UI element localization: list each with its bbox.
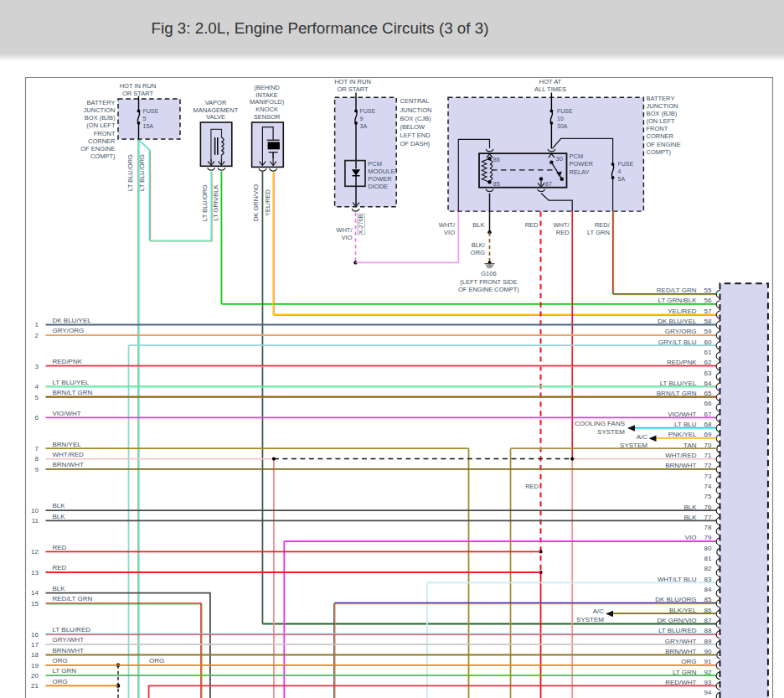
svg-text:74: 74 xyxy=(704,483,712,490)
svg-text:BRN/WHT: BRN/WHT xyxy=(53,461,84,468)
svg-text:15A: 15A xyxy=(143,123,154,129)
svg-text:RED/LT GRN: RED/LT GRN xyxy=(53,595,93,602)
svg-text:BLK: BLK xyxy=(53,585,66,592)
svg-text:92: 92 xyxy=(704,669,712,676)
svg-text:OF DASH): OF DASH) xyxy=(400,140,431,147)
svg-text:LT BLU: LT BLU xyxy=(674,421,697,428)
svg-text:RED: RED xyxy=(525,483,539,490)
svg-text:RED/LT GRN: RED/LT GRN xyxy=(657,287,697,294)
svg-text:19: 19 xyxy=(31,662,39,670)
svg-text:BLK: BLK xyxy=(53,502,66,509)
svg-text:10: 10 xyxy=(557,116,564,122)
svg-text:79: 79 xyxy=(704,534,712,541)
svg-text:SENSOR: SENSOR xyxy=(254,113,281,121)
svg-text:OF ENGINE: OF ENGINE xyxy=(80,145,115,153)
svg-text:ORG: ORG xyxy=(471,249,485,256)
svg-text:RED: RED xyxy=(53,544,67,551)
svg-text:89: 89 xyxy=(704,638,712,645)
svg-text:FRONT: FRONT xyxy=(94,130,116,137)
svg-text:BRN/YEL: BRN/YEL xyxy=(53,441,82,448)
svg-text:BOX (BJB): BOX (BJB) xyxy=(647,110,678,117)
svg-text:X-270B: X-270B xyxy=(358,215,364,235)
svg-text:BRN/WHT: BRN/WHT xyxy=(53,647,84,654)
svg-text:JUNCTION: JUNCTION xyxy=(84,106,116,114)
svg-text:85: 85 xyxy=(493,180,500,188)
svg-text:18: 18 xyxy=(31,651,39,659)
svg-text:BRN/LT GRN: BRN/LT GRN xyxy=(657,390,697,397)
svg-text:BLK/: BLK/ xyxy=(472,241,486,249)
svg-text:FUSE: FUSE xyxy=(557,108,573,114)
svg-text:KNOCK: KNOCK xyxy=(255,106,278,113)
svg-text:82: 82 xyxy=(704,565,712,572)
svg-text:BRN/WHT: BRN/WHT xyxy=(665,462,696,469)
svg-text:4: 4 xyxy=(35,383,39,390)
svg-text:VIO: VIO xyxy=(342,234,353,241)
svg-text:LT BLU/ORG: LT BLU/ORG xyxy=(138,154,146,191)
svg-text:16: 16 xyxy=(31,631,39,639)
svg-text:60: 60 xyxy=(704,339,712,346)
svg-text:VIO/WHT: VIO/WHT xyxy=(53,410,81,417)
svg-text:56: 56 xyxy=(704,297,712,304)
svg-text:WHT/LT BLU: WHT/LT BLU xyxy=(658,576,697,583)
svg-text:LT BLU/ORG: LT BLU/ORG xyxy=(126,154,134,191)
svg-text:DK GRN/VIO: DK GRN/VIO xyxy=(252,184,260,221)
svg-text:BLK/YEL: BLK/YEL xyxy=(669,607,697,614)
svg-text:RED/: RED/ xyxy=(595,221,611,229)
svg-text:RELAY: RELAY xyxy=(570,168,590,176)
svg-text:OF ENGINE: OF ENGINE xyxy=(647,141,681,148)
svg-text:88: 88 xyxy=(704,627,712,634)
svg-text:87: 87 xyxy=(704,617,712,624)
svg-text:14: 14 xyxy=(31,589,39,597)
svg-text:17: 17 xyxy=(31,641,39,649)
svg-text:LEFT END: LEFT END xyxy=(400,132,431,139)
svg-text:JUNCTION: JUNCTION xyxy=(647,102,678,110)
svg-text:POWER: POWER xyxy=(368,175,392,183)
svg-text:MANAGEMENT: MANAGEMENT xyxy=(193,106,239,114)
svg-text:A/C: A/C xyxy=(637,433,648,441)
svg-text:75: 75 xyxy=(704,493,712,500)
svg-text:VIO: VIO xyxy=(685,534,697,541)
svg-text:JUNCTION: JUNCTION xyxy=(400,106,432,114)
svg-text:COOLING FANS: COOLING FANS xyxy=(575,420,625,427)
svg-text:LT GRN/BLK: LT GRN/BLK xyxy=(212,184,219,220)
svg-text:OF ENGINE COMPT): OF ENGINE COMPT) xyxy=(458,286,519,293)
svg-text:90: 90 xyxy=(704,648,712,655)
svg-text:64: 64 xyxy=(704,380,712,387)
svg-text:DK BLU/YEL: DK BLU/YEL xyxy=(658,318,697,325)
svg-text:86: 86 xyxy=(704,607,712,614)
svg-text:59: 59 xyxy=(704,328,712,335)
svg-text:YEL/RED: YEL/RED xyxy=(668,308,696,315)
svg-text:DK GRN/VIO: DK GRN/VIO xyxy=(657,617,696,624)
svg-text:73: 73 xyxy=(704,473,712,480)
svg-text:5: 5 xyxy=(143,116,147,122)
svg-text:SYSTEM: SYSTEM xyxy=(576,616,604,623)
svg-text:BRN/LT GRN: BRN/LT GRN xyxy=(53,389,93,396)
svg-text:(ON LEFT: (ON LEFT xyxy=(647,117,676,125)
svg-text:8: 8 xyxy=(35,455,39,463)
svg-text:FUSE: FUSE xyxy=(143,108,159,114)
svg-text:LT GRN: LT GRN xyxy=(587,229,610,236)
svg-text:7: 7 xyxy=(35,445,39,452)
svg-text:(LEFT FRONT SIDE: (LEFT FRONT SIDE xyxy=(460,278,517,286)
svg-text:94: 94 xyxy=(704,689,712,696)
svg-text:9: 9 xyxy=(360,116,364,122)
svg-text:77: 77 xyxy=(704,514,712,521)
svg-text:LT GRN/BLK: LT GRN/BLK xyxy=(658,297,698,304)
svg-text:VIO: VIO xyxy=(444,229,455,236)
svg-text:65: 65 xyxy=(704,390,712,397)
svg-text:FRONT: FRONT xyxy=(647,125,668,132)
svg-text:(ON LEFT: (ON LEFT xyxy=(86,122,116,129)
svg-text:WHT/: WHT/ xyxy=(554,221,570,229)
svg-text:66: 66 xyxy=(704,400,712,407)
svg-text:TAN: TAN xyxy=(683,442,697,449)
svg-text:9: 9 xyxy=(35,466,39,473)
svg-text:GRY/WHT: GRY/WHT xyxy=(53,636,85,644)
svg-text:BRN/WHT: BRN/WHT xyxy=(665,648,696,655)
svg-text:ALL TIMES: ALL TIMES xyxy=(534,85,566,93)
svg-text:BATTERY: BATTERY xyxy=(87,99,116,106)
svg-text:GRY/LT BLU: GRY/LT BLU xyxy=(658,339,697,346)
svg-text:CORNER: CORNER xyxy=(647,132,674,140)
svg-text:5: 5 xyxy=(35,394,39,401)
svg-text:WHT/: WHT/ xyxy=(439,221,456,229)
svg-text:81: 81 xyxy=(704,555,712,562)
